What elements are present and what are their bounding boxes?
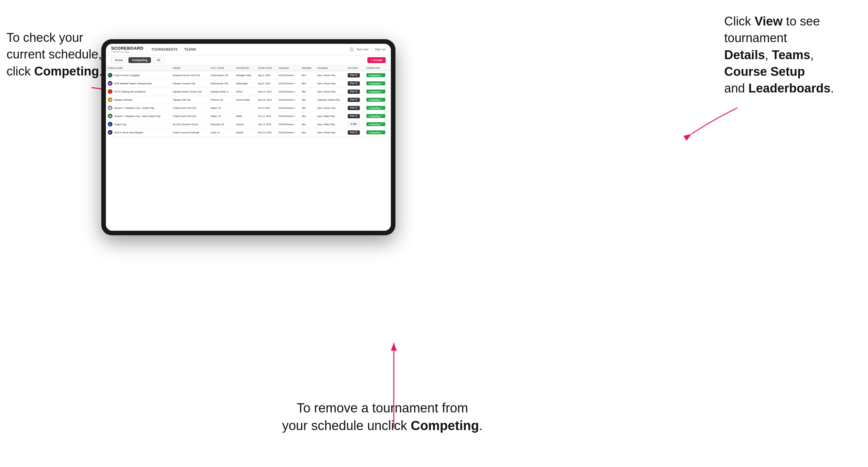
start-date-cell: Oct 11, 2023	[256, 112, 277, 120]
gender-cell: Men	[300, 104, 315, 112]
actions-cell: View ⓘ	[346, 128, 364, 136]
hosted-by-cell: Michigan State	[234, 71, 256, 80]
event-name-cell: ◆ Jackson T. Stephens Cup – Men's Match …	[108, 114, 169, 118]
team-logo: W	[108, 81, 113, 86]
venue-cell: Ak-Chin Southern Dunes	[171, 120, 209, 128]
signout-link[interactable]: Sign out	[375, 48, 385, 51]
competing-cell: Competing	[364, 88, 391, 96]
competing-cell: Competing	[364, 96, 391, 104]
scoring-cell: team, Stroke Play	[315, 80, 346, 88]
col-event-name: EVENT NAME	[106, 65, 171, 71]
table-row: I OFCC Fighting Illini Invitational Olym…	[106, 88, 391, 96]
start-date-cell: Sep 15, 2023	[256, 88, 277, 96]
event-name: 2023 Sahalee Players Championship	[114, 82, 152, 85]
tab-home[interactable]: Home	[111, 57, 126, 63]
city-state-cell: Phoenix, AZ	[209, 96, 234, 104]
competing-button[interactable]: Competing	[366, 114, 385, 118]
scoring-cell: team, Stroke Play	[315, 88, 346, 96]
division-cell: NCAA Division I	[277, 128, 300, 136]
division-cell: NCAA Division I	[277, 96, 300, 104]
tr-line2: tournament	[724, 31, 787, 45]
team-logo: H	[108, 130, 113, 135]
tr-comma2: ,	[810, 48, 814, 62]
arrow-view-right	[678, 101, 744, 150]
view-button[interactable]: View ⓘ	[348, 114, 360, 118]
nav-teams[interactable]: TEAMS	[184, 48, 196, 51]
start-date-cell: Sep 18, 2023	[256, 96, 277, 104]
edit-button[interactable]: ✏ Edit	[348, 122, 360, 126]
competing-cell: Competing	[364, 71, 391, 80]
event-name: Papago Individual	[114, 99, 132, 101]
event-name-cell: 🏌 Folds of Honor Collegiate	[108, 73, 169, 77]
table-row: ★ Papago Individual Papago Golf Club Pho…	[106, 96, 391, 104]
tab-all[interactable]: All	[153, 57, 164, 63]
table-row: A Copper Cup Ak-Chin Southern Dunes Mari…	[106, 120, 391, 128]
competing-button[interactable]: Competing	[366, 122, 385, 126]
view-button[interactable]: View ⓘ	[348, 82, 360, 86]
table-row: H John A. Burns Intercollegiate Ocean Co…	[106, 128, 391, 136]
competing-button[interactable]: Competing	[366, 90, 385, 93]
nav-tournaments[interactable]: TOURNAMENTS	[151, 48, 178, 51]
team-logo: ★	[108, 97, 113, 102]
event-name-cell: I OFCC Fighting Illini Invitational	[108, 89, 169, 94]
actions-cell: View ⓘ	[346, 104, 364, 112]
event-name: Copper Cup	[114, 123, 126, 125]
actions-cell: View ⓘ	[346, 96, 364, 104]
create-button[interactable]: + Create	[367, 57, 385, 63]
competing-button[interactable]: Competing	[366, 73, 385, 77]
table-row: 🏌 Folds of Honor Collegiate American Dun…	[106, 71, 391, 80]
tablet-screen: SCOREBOARD Powered by clippi TOURNAMENTS…	[106, 44, 391, 231]
table-body: 🏌 Folds of Honor Collegiate American Dun…	[106, 71, 391, 136]
col-hosted-by: HOSTED BY	[234, 65, 256, 71]
annotation-bottom: To remove a tournament from your schedul…	[268, 399, 497, 434]
venue-cell: Ocean Course At Hokuala	[171, 128, 209, 136]
competing-button[interactable]: Competing	[366, 98, 385, 102]
header-right: Test User | Sign out	[349, 47, 385, 52]
user-icon	[349, 47, 354, 52]
scoring-cell: team, Stroke Play	[315, 128, 346, 136]
actions-cell: View ⓘ	[346, 80, 364, 88]
scoreboard-logo: SCOREBOARD Powered by clippi	[111, 46, 144, 53]
competing-button[interactable]: Competing	[366, 106, 385, 110]
competing-cell: Competing	[364, 120, 391, 128]
start-date-cell: Sep 9, 2023	[256, 80, 277, 88]
bot-end: .	[479, 418, 483, 433]
view-button[interactable]: View ⓘ	[348, 73, 360, 77]
tr-rest1: to see	[783, 14, 820, 28]
team-logo: 🏌	[108, 73, 113, 77]
competing-cell: Competing	[364, 112, 391, 120]
scoring-cell: individual, Stroke Play	[315, 96, 346, 104]
table-container[interactable]: EVENT NAME VENUE CITY, STATE HOSTED BY S…	[106, 65, 391, 231]
competing-button[interactable]: Competing	[366, 130, 385, 134]
event-name: OFCC Fighting Illini Invitational	[114, 91, 146, 93]
table-row: ◆ Jackson T. Stephens Cup – Stroke Play …	[106, 104, 391, 112]
view-button[interactable]: View ⓘ	[348, 98, 360, 102]
competing-cell: Competing	[364, 80, 391, 88]
event-name-cell: W 2023 Sahalee Players Championship	[108, 81, 169, 86]
tr-comma: ,	[765, 48, 772, 62]
powered-by: Powered by clippi	[111, 51, 144, 53]
tr-bold1: View	[754, 14, 783, 28]
view-button[interactable]: View ⓘ	[348, 90, 360, 94]
venue-cell: Papago Golf Club	[171, 96, 209, 104]
team-logo: ◆	[108, 105, 113, 110]
venue-cell: Trinity Forest Golf Club	[171, 112, 209, 120]
view-button[interactable]: View ⓘ	[348, 106, 360, 110]
gender-cell: Men	[300, 88, 315, 96]
team-logo: I	[108, 89, 113, 94]
start-date-cell: Sep 4, 2023	[256, 71, 277, 80]
actions-cell: View ⓘ	[346, 88, 364, 96]
city-state-cell: Lihue, HI	[209, 128, 234, 136]
actions-cell: View ⓘ	[346, 112, 364, 120]
col-start-date: START DATE	[256, 65, 277, 71]
tab-competing[interactable]: Competing	[128, 57, 151, 63]
division-cell: NCAA Division I	[277, 80, 300, 88]
bot-line2: your schedule unclick	[282, 418, 411, 433]
scoring-cell: team, Match Play	[315, 112, 346, 120]
competing-button[interactable]: Competing	[366, 82, 385, 85]
venue-cell: Trinity Forest Golf Club	[171, 104, 209, 112]
gender-cell: Men	[300, 71, 315, 80]
username: Test User	[356, 48, 369, 51]
event-name-cell: H John A. Burns Intercollegiate	[108, 130, 169, 135]
view-button[interactable]: View ⓘ	[348, 130, 360, 135]
